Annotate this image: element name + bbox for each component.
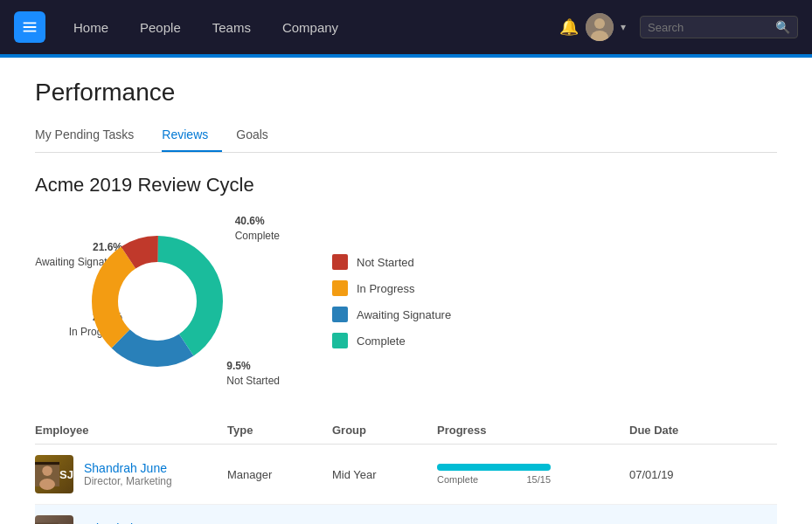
user-avatar[interactable] — [586, 13, 614, 41]
legend-color-complete — [332, 333, 348, 348]
page-title: Performance — [35, 79, 777, 107]
col-header-group: Group — [332, 424, 437, 437]
legend-item-not-started: Not Started — [332, 254, 451, 270]
progress-bar-fill-shandrah — [437, 464, 551, 471]
chart-label-not-started: 9.5% Not Started — [226, 359, 280, 389]
reviews-table: Employee Type Group Progress Due Date Sh… — [35, 417, 777, 524]
legend-label-complete: Complete — [357, 334, 406, 348]
col-header-type: Type — [227, 424, 332, 437]
tab-my-pending-tasks[interactable]: My Pending Tasks — [35, 121, 148, 152]
legend-color-in-progress — [332, 280, 348, 296]
col-header-employee: Employee — [35, 424, 227, 437]
donut-chart-svg — [87, 231, 227, 371]
table-row: Eric Shah VP, Sales Peer Mid Year Awaiti… — [35, 505, 777, 524]
employee-cell-eric: Eric Shah VP, Sales — [35, 515, 227, 524]
nav-utility-icons: 🔔 ▾ — [559, 13, 626, 41]
employee-cell-shandrah: Shandrah June Director, Marketing — [35, 455, 227, 493]
employee-title-shandrah: Director, Marketing — [84, 475, 172, 487]
legend-item-in-progress: In Progress — [332, 280, 451, 296]
nav-item-teams[interactable]: Teams — [198, 13, 265, 42]
type-shandrah: Manager — [227, 468, 332, 481]
group-shandrah: Mid Year — [332, 468, 437, 481]
nav-item-company[interactable]: Company — [268, 13, 352, 42]
chart-legend: Not Started In Progress Awaiting Signatu… — [332, 254, 451, 348]
donut-center — [119, 263, 196, 340]
company-logo[interactable] — [14, 11, 45, 43]
search-input[interactable] — [648, 21, 770, 34]
legend-label-awaiting: Awaiting Signature — [357, 308, 451, 321]
chart-label-complete: 40.6% Complete — [235, 214, 280, 244]
progress-shandrah: Complete 15/15 — [437, 464, 629, 485]
search-icon: 🔍 — [775, 20, 790, 34]
svg-point-1 — [594, 18, 605, 29]
donut-chart-container: 40.6% Complete 21.6% Awaiting Signature … — [35, 214, 280, 389]
tab-reviews[interactable]: Reviews — [162, 121, 222, 152]
nav-item-home[interactable]: Home — [59, 13, 122, 42]
top-navigation: Home People Teams Company 🔔 ▾ 🔍 — [0, 0, 812, 54]
nav-item-people[interactable]: People — [126, 13, 195, 42]
svg-point-5 — [39, 479, 55, 490]
legend-item-awaiting: Awaiting Signature — [332, 307, 451, 322]
col-header-progress: Progress — [437, 424, 629, 437]
col-header-due-date: Due Date — [629, 424, 734, 437]
search-box[interactable]: 🔍 — [640, 16, 798, 38]
progress-bar-bg-shandrah — [437, 464, 551, 471]
table-header: Employee Type Group Progress Due Date — [35, 417, 777, 445]
notification-bell-icon[interactable]: 🔔 — [559, 17, 579, 37]
svg-point-4 — [42, 465, 52, 475]
legend-color-awaiting — [332, 307, 348, 322]
tab-goals[interactable]: Goals — [236, 121, 282, 152]
avatar-dropdown-icon[interactable]: ▾ — [621, 21, 626, 33]
review-cycle-title: Acme 2019 Review Cycle — [35, 174, 777, 196]
legend-item-complete: Complete — [332, 333, 451, 348]
avatar-eric — [35, 515, 73, 524]
due-date-shandrah: 07/01/19 — [629, 468, 734, 481]
legend-label-not-started: Not Started — [357, 256, 414, 269]
legend-label-in-progress: In Progress — [357, 282, 414, 295]
svg-rect-6 — [35, 462, 59, 465]
avatar-shandrah — [35, 455, 73, 493]
progress-label-shandrah: Complete 15/15 — [437, 474, 551, 485]
employee-info-shandrah: Shandrah June Director, Marketing — [84, 461, 172, 487]
main-content: Performance My Pending Tasks Reviews Goa… — [0, 58, 812, 524]
tab-bar: My Pending Tasks Reviews Goals — [35, 121, 777, 153]
employee-name-shandrah[interactable]: Shandrah June — [84, 461, 172, 475]
table-row: Shandrah June Director, Marketing Manage… — [35, 445, 777, 505]
chart-section: 40.6% Complete 21.6% Awaiting Signature … — [35, 214, 777, 389]
legend-color-not-started — [332, 254, 348, 270]
